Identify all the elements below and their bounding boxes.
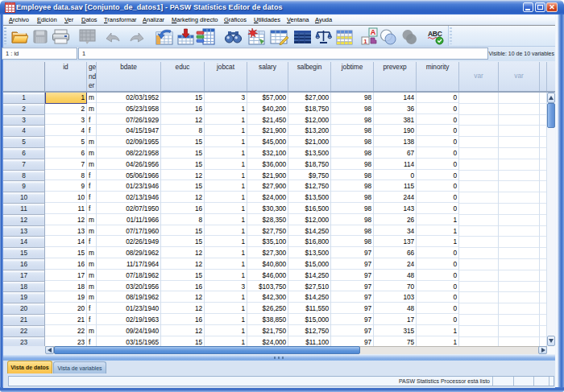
svg-text:1: 1 xyxy=(363,38,367,45)
svg-text:A: A xyxy=(371,28,376,36)
svg-text:ABC: ABC xyxy=(428,30,442,38)
